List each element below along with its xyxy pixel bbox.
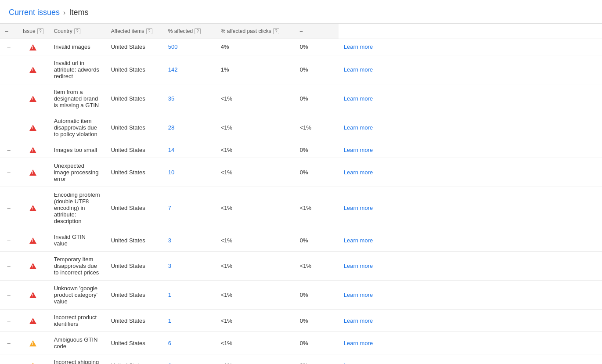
table-row: –Incorrect product identifiersUnited Sta… bbox=[0, 310, 602, 332]
issue-help-icon[interactable]: ? bbox=[37, 28, 43, 34]
row-learn-more-cell: Learn more bbox=[339, 84, 602, 113]
breadcrumb-separator: › bbox=[63, 9, 65, 17]
learn-more-link[interactable]: Learn more bbox=[344, 362, 373, 364]
row-affected-items[interactable]: 10 bbox=[163, 158, 216, 187]
row-pct-past-clicks: <1% bbox=[295, 187, 339, 229]
error-icon bbox=[29, 96, 36, 102]
row-icon-cell bbox=[18, 84, 49, 113]
row-pct-past-clicks: 2% bbox=[295, 354, 339, 364]
row-issue: Invalid url in attribute: adwords redire… bbox=[49, 55, 106, 84]
row-affected-items[interactable]: 500 bbox=[163, 39, 216, 55]
learn-more-link[interactable]: Learn more bbox=[344, 205, 373, 211]
row-affected-items[interactable]: 3 bbox=[163, 229, 216, 252]
row-icon-cell bbox=[18, 39, 49, 55]
row-icon-cell bbox=[18, 281, 49, 310]
row-pct-past-clicks: 0% bbox=[295, 229, 339, 252]
learn-more-link[interactable]: Learn more bbox=[344, 95, 373, 102]
country-help-icon[interactable]: ? bbox=[74, 28, 80, 34]
row-dash: – bbox=[0, 354, 18, 364]
table-row: –Invalid GTIN valueUnited States3<1%0%Le… bbox=[0, 229, 602, 252]
table-header-row: – Issue ? Country ? Affected it bbox=[0, 24, 602, 39]
breadcrumb-link[interactable]: Current issues bbox=[9, 8, 60, 17]
row-country: United States bbox=[106, 354, 163, 364]
error-icon bbox=[29, 67, 36, 73]
row-country: United States bbox=[106, 252, 163, 281]
row-pct-affected: <1% bbox=[216, 142, 295, 158]
table-row: –Unknown 'google product category' value… bbox=[0, 281, 602, 310]
error-icon bbox=[29, 318, 36, 324]
breadcrumb: Current issues › Items bbox=[0, 0, 602, 23]
table-row: –Temporary item disapprovals due to inco… bbox=[0, 252, 602, 281]
row-pct-past-clicks: 0% bbox=[295, 158, 339, 187]
learn-more-link[interactable]: Learn more bbox=[344, 124, 373, 131]
row-affected-items[interactable]: 35 bbox=[163, 84, 216, 113]
row-issue: Temporary item disapprovals due to incor… bbox=[49, 252, 106, 281]
row-learn-more-cell: Learn more bbox=[339, 187, 602, 229]
row-affected-items[interactable]: 14 bbox=[163, 142, 216, 158]
affected-help-icon[interactable]: ? bbox=[146, 28, 152, 34]
table-row: –Ambiguous GTIN codeUnited States6<1%0%L… bbox=[0, 332, 602, 354]
row-icon-cell bbox=[18, 113, 49, 142]
learn-more-link[interactable]: Learn more bbox=[344, 237, 373, 244]
row-learn-more-cell: Learn more bbox=[339, 142, 602, 158]
row-country: United States bbox=[106, 113, 163, 142]
table-row: –Encoding problem (double UTF8 encoding)… bbox=[0, 187, 602, 229]
row-pct-affected: <1% bbox=[216, 113, 295, 142]
learn-more-link[interactable]: Learn more bbox=[344, 340, 373, 346]
row-learn-more-cell: Learn more bbox=[339, 39, 602, 55]
row-dash: – bbox=[0, 281, 18, 310]
row-affected-items[interactable]: 3 bbox=[163, 252, 216, 281]
row-icon-cell bbox=[18, 229, 49, 252]
row-country: United States bbox=[106, 158, 163, 187]
row-affected-items[interactable]: 7 bbox=[163, 187, 216, 229]
learn-more-link[interactable]: Learn more bbox=[344, 43, 373, 50]
learn-more-link[interactable]: Learn more bbox=[344, 147, 373, 153]
learn-more-link[interactable]: Learn more bbox=[344, 66, 373, 73]
row-pct-past-clicks: 0% bbox=[295, 281, 339, 310]
row-issue: Images too small bbox=[49, 142, 106, 158]
row-icon-cell bbox=[18, 332, 49, 354]
error-icon bbox=[29, 169, 36, 176]
row-learn-more-cell: Learn more bbox=[339, 252, 602, 281]
row-pct-affected: <1% bbox=[216, 84, 295, 113]
learn-more-link[interactable]: Learn more bbox=[344, 292, 373, 298]
row-issue: Incorrect shipping costs bbox=[49, 354, 106, 364]
error-icon bbox=[29, 263, 36, 269]
table-row: –Automatic item disapprovals due to poli… bbox=[0, 113, 602, 142]
pct-clicks-help-icon[interactable]: ? bbox=[273, 28, 279, 34]
row-affected-items[interactable]: 28 bbox=[163, 113, 216, 142]
row-country: United States bbox=[106, 142, 163, 158]
th-pct-affected: % affected ? bbox=[163, 24, 216, 39]
learn-more-link[interactable]: Learn more bbox=[344, 169, 373, 176]
row-affected-items[interactable]: 1 bbox=[163, 281, 216, 310]
pct-help-icon[interactable]: ? bbox=[195, 28, 201, 34]
error-icon bbox=[29, 44, 36, 50]
row-issue: Ambiguous GTIN code bbox=[49, 332, 106, 354]
row-issue: Incorrect product identifiers bbox=[49, 310, 106, 332]
row-pct-past-clicks: 0% bbox=[295, 39, 339, 55]
row-dash: – bbox=[0, 332, 18, 354]
row-pct-past-clicks: <1% bbox=[295, 252, 339, 281]
row-affected-items[interactable]: 1 bbox=[163, 310, 216, 332]
row-icon-cell bbox=[18, 55, 49, 84]
row-affected-items[interactable]: 142 bbox=[163, 55, 216, 84]
row-pct-affected: 4% bbox=[216, 39, 295, 55]
row-affected-items[interactable]: 6 bbox=[163, 332, 216, 354]
row-country: United States bbox=[106, 281, 163, 310]
row-issue: Unexpected image processing error bbox=[49, 158, 106, 187]
row-dash: – bbox=[0, 310, 18, 332]
learn-more-link[interactable]: Learn more bbox=[344, 263, 373, 269]
row-issue: Encoding problem (double UTF8 encoding) … bbox=[49, 187, 106, 229]
row-dash: – bbox=[0, 252, 18, 281]
error-icon bbox=[29, 238, 36, 244]
row-learn-more-cell: Learn more bbox=[339, 229, 602, 252]
row-affected-items[interactable]: 6 bbox=[163, 354, 216, 364]
row-learn-more-cell: Learn more bbox=[339, 332, 602, 354]
error-icon bbox=[29, 205, 36, 211]
learn-more-link[interactable]: Learn more bbox=[344, 317, 373, 324]
row-issue: Unknown 'google product category' value bbox=[49, 281, 106, 310]
row-learn-more-cell: Learn more bbox=[339, 113, 602, 142]
row-pct-past-clicks: 0% bbox=[295, 310, 339, 332]
row-icon-cell bbox=[18, 158, 49, 187]
row-learn-more-cell: Learn more bbox=[339, 55, 602, 84]
